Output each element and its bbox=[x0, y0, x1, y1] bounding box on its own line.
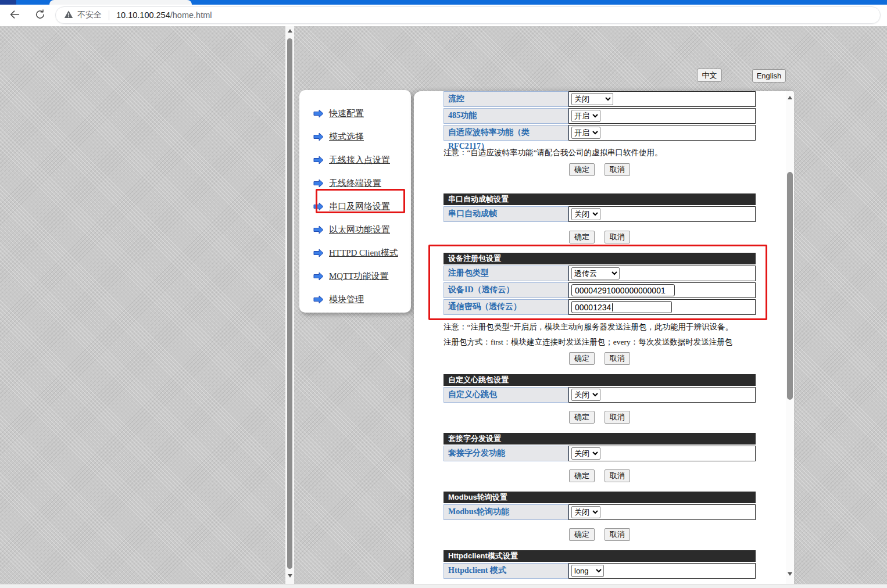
url-host[interactable]: 10.10.100.254 bbox=[116, 10, 170, 20]
socket-dispatch-select[interactable]: 关闭 bbox=[571, 447, 600, 460]
table-row: 流控 关闭 bbox=[444, 91, 756, 107]
reload-button[interactable] bbox=[32, 8, 48, 24]
sidebar-item-mqtt[interactable]: MQTT功能设置 bbox=[299, 264, 411, 288]
config-table-auto-frame: 串口自动成帧设置 串口自动成帧 关闭 bbox=[444, 193, 756, 222]
section-header: 设备注册包设置 bbox=[444, 253, 756, 264]
table-row: Modbus轮询功能 关闭 bbox=[444, 504, 756, 520]
active-tab-top[interactable] bbox=[49, 0, 192, 5]
config-table-register-packet: 设备注册包设置 注册包类型 透传云 设备ID（透传云） 通信密码（透传云） bbox=[444, 253, 756, 315]
confirm-button[interactable]: 确定 bbox=[569, 163, 595, 176]
browser-tab-edge[interactable] bbox=[16, 0, 49, 5]
cancel-button[interactable]: 取消 bbox=[605, 352, 630, 365]
blue-arrow-icon bbox=[313, 156, 324, 164]
section-header: Httpdclient模式设置 bbox=[444, 550, 756, 562]
button-row: 确定 取消 bbox=[444, 352, 756, 365]
blue-arrow-icon bbox=[313, 179, 324, 188]
sidebar-item-mode-select[interactable]: 模式选择 bbox=[299, 125, 411, 148]
row-label: 设备ID（透传云） bbox=[444, 282, 568, 298]
confirm-button[interactable]: 确定 bbox=[569, 469, 595, 482]
address-bar[interactable]: 不安全 10.10.100.254/home.html bbox=[55, 6, 881, 24]
config-table-serial-params: 流控 关闭 485功能 开启 自适应波特率功能（类RFC2117） 开启 bbox=[444, 91, 756, 141]
cancel-button[interactable]: 取消 bbox=[605, 231, 630, 243]
table-row: 自适应波特率功能（类RFC2117） 开启 bbox=[444, 125, 756, 141]
cancel-button[interactable]: 取消 bbox=[605, 528, 630, 541]
sidebar-item-label[interactable]: 以太网功能设置 bbox=[329, 224, 390, 235]
comm-password-input[interactable] bbox=[571, 301, 672, 313]
row-label: 通信密码（透传云） bbox=[444, 299, 568, 315]
heartbeat-select[interactable]: 关闭 bbox=[571, 389, 600, 401]
sidebar-item-label[interactable]: 模式选择 bbox=[329, 131, 364, 142]
scroll-up-arrow-icon[interactable] bbox=[788, 96, 792, 99]
row-label: 自定义心跳包 bbox=[444, 387, 568, 403]
chinese-language-button[interactable]: 中文 bbox=[697, 69, 722, 82]
blue-arrow-icon bbox=[313, 249, 324, 257]
outer-scrollbar-thumb[interactable] bbox=[287, 38, 292, 569]
table-row: 套接字分发功能 关闭 bbox=[444, 446, 756, 461]
sidebar-item-ethernet[interactable]: 以太网功能设置 bbox=[299, 218, 411, 241]
cancel-button[interactable]: 取消 bbox=[605, 163, 630, 176]
scroll-up-arrow-icon[interactable] bbox=[288, 29, 292, 33]
modbus-poll-select[interactable]: 关闭 bbox=[571, 506, 600, 518]
sidebar-item-label[interactable]: HTTPD Client模式 bbox=[329, 248, 398, 259]
blue-arrow-icon bbox=[313, 132, 324, 141]
sidebar-item-label[interactable]: 快速配置 bbox=[329, 108, 364, 119]
confirm-button[interactable]: 确定 bbox=[569, 411, 595, 424]
httpdclient-mode-select[interactable]: long bbox=[571, 565, 604, 577]
sidebar-item-serial-network[interactable]: 串口及网络设置 bbox=[299, 195, 411, 218]
adaptive-baud-select[interactable]: 开启 bbox=[571, 127, 600, 139]
device-id-input[interactable] bbox=[571, 284, 675, 296]
sidebar-item-label[interactable]: 无线终端设置 bbox=[329, 178, 381, 189]
security-label[interactable]: 不安全 bbox=[77, 10, 102, 20]
titlebar-left-segment bbox=[0, 0, 16, 5]
sidebar-item-label[interactable]: 模块管理 bbox=[329, 294, 364, 305]
scroll-down-arrow-icon[interactable] bbox=[788, 572, 792, 576]
sidebar-item-wireless-sta[interactable]: 无线终端设置 bbox=[299, 171, 411, 195]
cancel-button[interactable]: 取消 bbox=[605, 469, 630, 482]
sidebar-item-label[interactable]: MQTT功能设置 bbox=[329, 271, 389, 282]
sidebar-item-wireless-ap[interactable]: 无线接入点设置 bbox=[299, 148, 411, 171]
page-background: 中文 English 快速配置 模式选择 无线接入点设置 无线终端设置 串口及网… bbox=[0, 26, 887, 588]
row-label: Modbus轮询功能 bbox=[444, 504, 568, 520]
rs485-select[interactable]: 开启 bbox=[571, 110, 600, 122]
scroll-down-arrow-icon[interactable] bbox=[288, 574, 292, 578]
register-type-select[interactable]: 透传云 bbox=[571, 267, 620, 279]
sidebar-item-httpd-client[interactable]: HTTPD Client模式 bbox=[299, 241, 411, 264]
note-register-2: 注册包方式：first：模块建立连接时发送注册包；every：每次发送数据时发送… bbox=[444, 337, 756, 347]
back-button[interactable] bbox=[6, 8, 23, 24]
config-table-heartbeat: 自定义心跳包设置 自定义心跳包 关闭 bbox=[444, 374, 756, 403]
config-table-modbus: Modbus轮询设置 Modbus轮询功能 关闭 bbox=[444, 492, 756, 520]
flow-control-select[interactable]: 关闭 bbox=[571, 93, 613, 105]
confirm-button[interactable]: 确定 bbox=[569, 528, 595, 541]
text-caret bbox=[612, 303, 613, 311]
outer-scrollbar[interactable] bbox=[285, 26, 294, 584]
url-path[interactable]: /home.html bbox=[170, 10, 212, 20]
address-divider bbox=[109, 10, 109, 20]
auto-frame-select[interactable]: 关闭 bbox=[571, 208, 600, 220]
reload-icon bbox=[34, 9, 46, 23]
content-scrollbar[interactable] bbox=[786, 91, 794, 584]
sidebar-item-label[interactable]: 无线接入点设置 bbox=[329, 155, 390, 166]
section-header: 串口自动成帧设置 bbox=[444, 193, 756, 205]
note-register-1: 注意：“注册包类型”开启后，模块主动向服务器发送注册包，此功能用于辨识设备。 bbox=[444, 322, 756, 332]
sidebar-item-module-manage[interactable]: 模块管理 bbox=[299, 288, 411, 311]
cancel-button[interactable]: 取消 bbox=[605, 411, 630, 424]
confirm-button[interactable]: 确定 bbox=[569, 231, 595, 243]
section-header: 套接字分发设置 bbox=[444, 433, 756, 444]
row-label: Httpdclient 模式 bbox=[444, 563, 568, 579]
content-scrollbar-thumb[interactable] bbox=[787, 172, 793, 400]
horizontal-scrollbar-track[interactable] bbox=[0, 584, 887, 588]
row-label: 485功能 bbox=[444, 108, 568, 124]
table-row: 485功能 开启 bbox=[444, 108, 756, 124]
table-row: 串口自动成帧 关闭 bbox=[444, 206, 756, 222]
row-label: 串口自动成帧 bbox=[444, 206, 568, 222]
confirm-button[interactable]: 确定 bbox=[569, 352, 595, 365]
config-table-socket-dispatch: 套接字分发设置 套接字分发功能 关闭 bbox=[444, 433, 756, 461]
button-row: 确定 取消 bbox=[444, 231, 756, 243]
button-row: 确定 取消 bbox=[444, 528, 756, 541]
sidebar-item-quick-config[interactable]: 快速配置 bbox=[299, 102, 411, 125]
section-header: Modbus轮询设置 bbox=[444, 492, 756, 503]
table-row: 自定义心跳包 关闭 bbox=[444, 387, 756, 403]
english-language-button[interactable]: English bbox=[752, 69, 786, 83]
sidebar-item-label[interactable]: 串口及网络设置 bbox=[329, 201, 390, 212]
security-warning-icon[interactable] bbox=[64, 10, 73, 21]
